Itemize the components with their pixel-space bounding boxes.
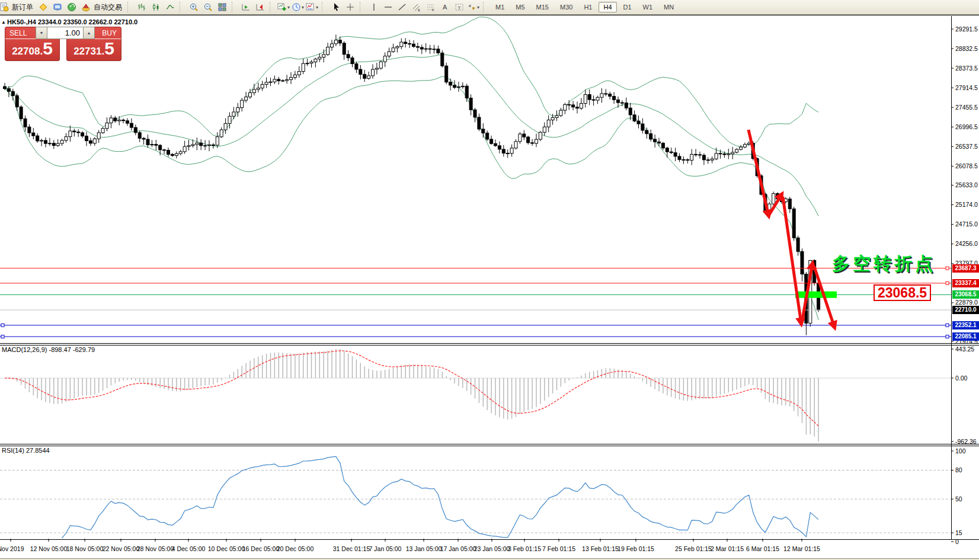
rsi-tick-label: 0 [955, 538, 959, 545]
date-tick-label: 18 Nov 05:00 [66, 545, 104, 552]
price-tick-label: 28832.5 [955, 45, 978, 52]
date-tick-label: 13 Jan 05:00 [406, 545, 442, 552]
symbol-name: HK50-,H4 [7, 18, 36, 25]
line-endpoint-marker[interactable] [946, 335, 949, 338]
rsi-tick-label: 100 [955, 447, 966, 455]
date-tick-label: 13 Feb 01:15 [582, 545, 619, 552]
volume-input[interactable]: 1.00 [47, 27, 83, 39]
price-tick-label: 25633.0 [955, 181, 978, 188]
date-tick-label: 6 Mar 01:15 [746, 545, 779, 552]
macd-histogram [5, 349, 818, 441]
volume-increase-button[interactable]: ▲ [83, 27, 95, 39]
buy-price: 22731 [73, 46, 101, 57]
rsi-tick-label: 15 [955, 529, 962, 536]
line-endpoint-marker[interactable] [946, 324, 949, 327]
sell-price-pip: 5 [43, 41, 53, 56]
line-endpoint-marker[interactable] [946, 267, 949, 270]
rsi-pane [0, 456, 951, 538]
price-tick-label: 24715.0 [955, 220, 978, 228]
rsi-tick-label: 80 [955, 466, 962, 473]
rsi-indicator-label: RSI(14) 27.8544 [2, 447, 50, 454]
buy-price-pip: 5 [104, 41, 114, 56]
macd-tick-label: 443.25 [955, 345, 974, 353]
price-level-label: 22352.1 [952, 321, 979, 329]
date-tick-label: 25 Feb 01:15 [675, 545, 712, 552]
volume-stepper: ▼ 1.00 ▲ [36, 27, 95, 39]
mt-terminal-window: 新订单自动交易▾▾▾EFAT▾M1M5M15M30H1H4D1W1MN 2929… [0, 0, 979, 560]
date-tick-label: 20 Dec 05:00 [277, 545, 314, 552]
line-endpoint-marker[interactable] [1, 335, 4, 338]
one-click-trading-panel: SELL 22708.5 BUY 22731.5 ▼ 1.00 ▲ [5, 27, 121, 61]
chart-canvas[interactable]: 29291.528832.528373.527914.527455.526996… [0, 1, 979, 560]
price-tick-label: 26537.5 [955, 143, 978, 150]
rsi-tick-label: 50 [955, 495, 962, 503]
rsi-line [62, 456, 819, 538]
price-level-label: 22085.1 [952, 332, 979, 341]
price-tick-label: 28373.5 [955, 65, 978, 72]
date-tick-label: 2 Mar 01:15 [711, 545, 744, 552]
macd-tick-label: 0.00 [955, 375, 968, 382]
symbol-ohlc: 23344.0 23350.0 22662.0 22710.0 [38, 18, 137, 25]
candlestick-series [4, 34, 820, 335]
date-tick-label: 3 Feb 01:15 [508, 545, 541, 552]
macd-indicator-label: MACD(12,26,9) -898.47 -629.79 [2, 346, 95, 353]
price-tick-label: 27455.5 [955, 104, 978, 111]
bollinger-middle-band [5, 55, 818, 216]
date-tick-label: Nov 2019 [0, 545, 24, 552]
date-tick-label: 10 Dec 05:00 [208, 545, 245, 552]
price-tick-label: 27914.5 [955, 84, 978, 91]
price-tick-label: 26078.5 [955, 162, 978, 169]
main-price-pane [4, 17, 820, 335]
date-tick-label: 23 Jan 05:00 [474, 545, 510, 552]
price-level-label: 23337.4 [952, 279, 979, 287]
time-axis[interactable]: Nov 201912 Nov 05:0018 Nov 05:0022 Nov 0… [0, 539, 820, 552]
date-tick-label: 4 Dec 05:00 [172, 545, 206, 552]
macd-pane [0, 349, 951, 441]
date-tick-label: 31 Dec 01:15 [333, 545, 370, 552]
price-level-label: 22710.0 [952, 306, 979, 314]
chart-window[interactable]: 29291.528832.528373.527914.527455.526996… [0, 15, 979, 559]
bollinger-upper-band [5, 17, 818, 147]
macd-signal-line [5, 351, 818, 426]
one-click-collapse-icon[interactable]: ▲ [1, 20, 6, 25]
line-endpoint-marker[interactable] [946, 281, 949, 284]
date-tick-label: 12 Nov 05:00 [30, 545, 68, 552]
date-tick-label: 22 Nov 05:00 [103, 545, 140, 552]
chart-annotation-text[interactable]: 多空转折点 [832, 252, 936, 276]
sell-price: 22708 [12, 46, 40, 57]
price-tick-label: 24256.0 [955, 240, 978, 247]
symbol-title: HK50-,H4 23344.0 23350.0 22662.0 22710.0 [7, 18, 137, 25]
price-tag-textbox[interactable]: 23068.5 [874, 284, 931, 301]
line-endpoint-marker[interactable] [1, 324, 4, 327]
price-level-label: 23068.5 [952, 290, 979, 299]
green-highlight-zone[interactable] [795, 292, 837, 298]
price-tick-label: 29291.5 [955, 25, 978, 33]
price-tick-label: 22879.0 [955, 299, 978, 306]
date-tick-label: 16 Dec 05:00 [242, 545, 280, 552]
date-tick-label: 7 Feb 01:15 [542, 545, 575, 552]
date-tick-label: 28 Nov 05:00 [137, 545, 174, 552]
date-tick-label: 12 Mar 01:15 [783, 545, 820, 552]
price-tick-label: 25174.0 [955, 201, 978, 208]
date-tick-label: 19 Feb 01:15 [618, 545, 654, 552]
date-tick-label: 7 Jan 05:00 [369, 545, 402, 552]
price-tick-label: 26996.5 [955, 123, 978, 130]
price-level-label: 23687.3 [952, 264, 979, 273]
macd-tick-label: -962.36 [955, 438, 977, 445]
volume-decrease-button[interactable]: ▼ [36, 27, 47, 39]
date-tick-label: 17 Jan 05:00 [440, 545, 476, 552]
